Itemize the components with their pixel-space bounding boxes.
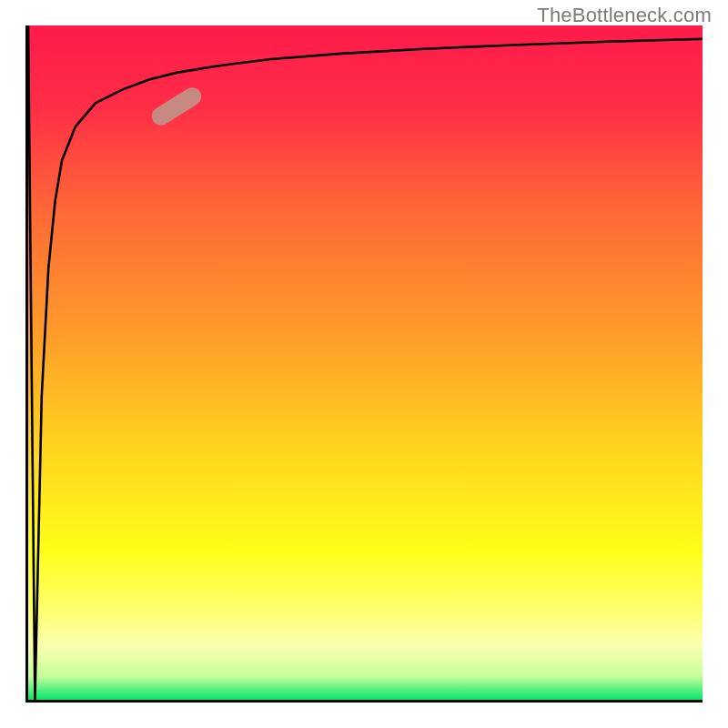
plot-area — [25, 25, 703, 703]
svg-rect-0 — [28, 25, 703, 700]
watermark-text: TheBottleneck.com — [537, 4, 712, 27]
chart-frame: TheBottleneck.com — [0, 0, 728, 728]
gradient-background — [28, 25, 703, 700]
